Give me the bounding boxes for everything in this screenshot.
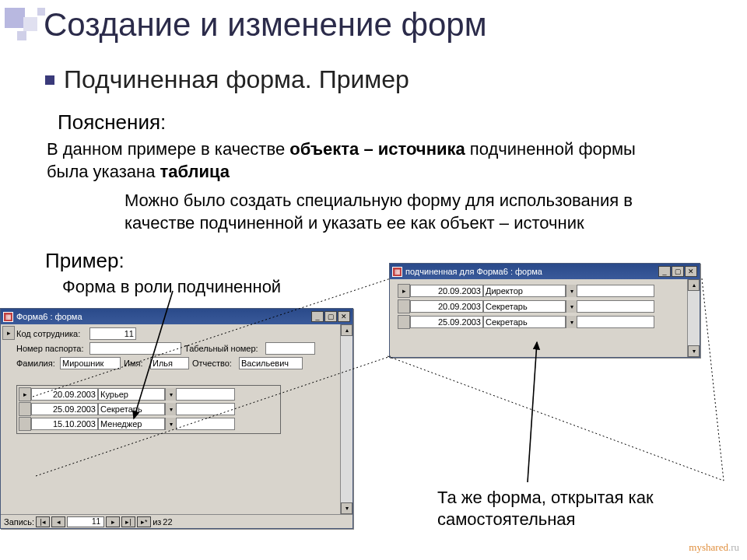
nav-next-button[interactable]: ▸ (106, 516, 120, 527)
role-combo[interactable]: Секретарь ▾ (98, 403, 176, 415)
main-form-window: ▦ Форма6 : форма _ ▢ ✕ ▸ Код сотрудника:… (0, 308, 353, 529)
extra-field[interactable] (577, 285, 654, 297)
dropdown-icon[interactable]: ▾ (165, 388, 176, 401)
code-label: Код сотрудника: (16, 329, 86, 338)
role-value[interactable]: Секретарь (483, 300, 566, 313)
passport-label: Номер паспорта: (16, 344, 86, 353)
nav-label: Запись: (4, 517, 34, 527)
close-button[interactable]: ✕ (685, 266, 697, 277)
lastname-label: Фамилия: (16, 359, 57, 368)
record-navigator: Запись: |◂ ◂ 11 ▸ ▸| ▸* из 22 (1, 514, 352, 528)
row-selector[interactable] (398, 315, 410, 329)
scroll-up-icon[interactable]: ▴ (341, 324, 352, 336)
main-title: Форма6 : форма (16, 312, 82, 321)
nav-first-button[interactable]: |◂ (36, 516, 50, 527)
vertical-scrollbar[interactable]: ▴ ▾ (340, 324, 352, 514)
row-selector[interactable] (19, 402, 31, 416)
subform-title: подчиненная для Форма6 : форма (405, 267, 542, 276)
vertical-scrollbar[interactable]: ▴ ▾ (687, 279, 700, 357)
bullet-icon (45, 75, 54, 85)
embedded-subform: ▸ 20.09.2003 Курьер ▾ 25.09.2003 Секрета… (16, 385, 281, 434)
svg-line-4 (388, 356, 724, 481)
svg-line-5 (702, 278, 724, 481)
date-field[interactable]: 20.09.2003 (410, 300, 483, 313)
maximize-button[interactable]: ▢ (672, 266, 684, 277)
example-label: Пример: (45, 249, 124, 273)
lastname-field[interactable]: Мирошник (60, 357, 121, 369)
role-combo[interactable]: Секретарь ▾ (483, 316, 577, 328)
dropdown-icon[interactable]: ▾ (566, 316, 577, 328)
code-field[interactable]: 11 (89, 327, 136, 340)
extra-field[interactable] (577, 316, 654, 328)
subform-row: ▸ 20.09.2003 Директор ▾ (398, 284, 681, 298)
scroll-down-icon[interactable]: ▾ (688, 345, 700, 357)
nav-total: 22 (163, 517, 172, 527)
role-value[interactable]: Менеджер (98, 418, 165, 430)
nav-prev-button[interactable]: ◂ (51, 516, 65, 527)
date-field[interactable]: 25.09.2003 (31, 403, 98, 415)
tabel-label: Табельный номер: (184, 344, 262, 353)
role-value[interactable]: Секретарь (98, 403, 165, 415)
middlename-field[interactable]: Васильевич (239, 357, 303, 369)
notes-label: Пояснения: (58, 110, 166, 135)
row-selector[interactable] (19, 417, 31, 431)
nav-of-label: из (153, 517, 161, 527)
nav-current[interactable]: 11 (67, 516, 104, 527)
passport-field[interactable] (89, 342, 181, 355)
firstname-label: Имя: (124, 359, 147, 368)
scroll-up-icon[interactable]: ▴ (688, 279, 700, 291)
same-form-caption: Та же форма, открытая как самостоятельна… (437, 487, 747, 530)
notes-paragraph-2: Можно было создать специальную форму для… (124, 190, 700, 234)
subform-row: ▸ 20.09.2003 Курьер ▾ (19, 387, 279, 401)
tabel-field[interactable] (265, 342, 315, 355)
watermark: myshared.ru (689, 541, 739, 554)
dropdown-icon[interactable]: ▾ (165, 403, 176, 415)
date-field[interactable]: 25.09.2003 (410, 316, 483, 328)
role-value[interactable]: Директор (483, 285, 566, 297)
svg-line-1 (528, 342, 537, 482)
slide-subtitle-text: Подчиненная форма. Пример (64, 65, 409, 94)
role-combo[interactable]: Секретарь ▾ (483, 300, 577, 313)
nav-new-button[interactable]: ▸* (137, 516, 151, 527)
subform-row: 15.10.2003 Менеджер ▾ (19, 417, 279, 431)
firstname-field[interactable]: Илья (150, 357, 189, 369)
main-titlebar[interactable]: ▦ Форма6 : форма _ ▢ ✕ (1, 309, 352, 324)
slide-subtitle: Подчиненная форма. Пример (45, 65, 409, 94)
role-combo[interactable]: Курьер ▾ (98, 388, 176, 401)
date-field[interactable]: 20.09.2003 (31, 388, 98, 401)
role-combo[interactable]: Директор ▾ (483, 285, 577, 297)
form-icon: ▦ (3, 312, 13, 322)
scroll-down-icon[interactable]: ▾ (341, 502, 352, 514)
nav-last-button[interactable]: ▸| (121, 516, 135, 527)
form-icon: ▦ (392, 267, 402, 277)
extra-field[interactable] (176, 403, 235, 415)
middlename-label: Отчество: (192, 359, 236, 368)
row-selector[interactable]: ▸ (398, 284, 410, 298)
dropdown-icon[interactable]: ▾ (566, 285, 577, 297)
row-selector[interactable]: ▸ (19, 387, 31, 401)
record-selector[interactable]: ▸ (2, 326, 15, 340)
notes-paragraph-1: В данном примере в качестве объекта – ис… (47, 138, 669, 183)
close-button[interactable]: ✕ (338, 311, 350, 322)
slide-title: Создание и изменение форм (44, 6, 487, 44)
dropdown-icon[interactable]: ▾ (566, 300, 577, 313)
dropdown-icon[interactable]: ▾ (165, 418, 176, 430)
date-field[interactable]: 20.09.2003 (410, 285, 483, 297)
row-selector[interactable] (398, 299, 410, 313)
date-field[interactable]: 15.10.2003 (31, 418, 98, 430)
role-value[interactable]: Секретарь (483, 316, 566, 328)
maximize-button[interactable]: ▢ (324, 311, 337, 322)
minimize-button[interactable]: _ (658, 266, 671, 277)
example-sub-label: Форма в роли подчиненной (62, 277, 281, 297)
role-combo[interactable]: Менеджер ▾ (98, 418, 176, 430)
subform-row: 25.09.2003 Секретарь ▾ (19, 402, 279, 416)
subform-titlebar[interactable]: ▦ подчиненная для Форма6 : форма _ ▢ ✕ (390, 264, 700, 279)
extra-field[interactable] (176, 388, 235, 401)
subform-window: ▦ подчиненная для Форма6 : форма _ ▢ ✕ ▸… (389, 263, 700, 358)
extra-field[interactable] (577, 300, 654, 313)
role-value[interactable]: Курьер (98, 388, 165, 401)
minimize-button[interactable]: _ (311, 311, 324, 322)
subform-row: 20.09.2003 Секретарь ▾ (398, 299, 681, 313)
extra-field[interactable] (176, 418, 235, 430)
subform-row: 25.09.2003 Секретарь ▾ (398, 315, 681, 329)
